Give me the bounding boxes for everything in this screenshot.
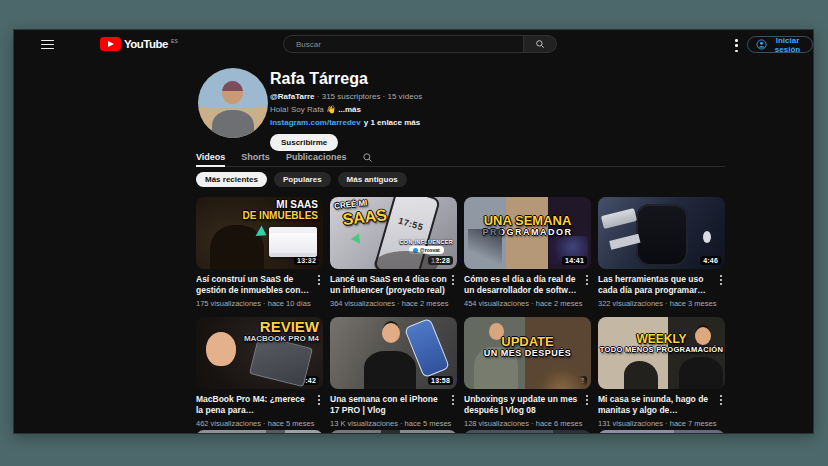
person-circle-icon (756, 39, 767, 50)
duration-badge: 13:58 (428, 376, 453, 385)
partial-video-row (196, 430, 725, 433)
more-links-label[interactable]: y 1 enlace más (364, 118, 420, 127)
sign-in-button[interactable]: Iniciar sesión (747, 36, 813, 53)
filter-chips: Más recientes Populares Más antiguos (196, 172, 407, 187)
video-thumbnail[interactable]: UPDATE UN MES DESPUÉS 12:22 (464, 317, 591, 389)
video-meta: 322 visualizaciones · hace 3 meses (598, 299, 725, 308)
video-title[interactable]: Cómo es el día a día real de un desarrol… (464, 274, 581, 296)
header-more-icon[interactable] (735, 39, 738, 52)
partial-video-thumbnail[interactable] (464, 430, 591, 433)
video-meta: 462 visualizaciones · hace 5 meses (196, 419, 323, 428)
video-thumbnail[interactable]: REVIEW MACBOOK PRO M4 19:42 (196, 317, 323, 389)
tab-shorts[interactable]: Shorts (241, 152, 270, 166)
video-thumbnail[interactable]: MI SAAS DE INMUEBLES 13:32 (196, 197, 323, 269)
channel-handle: @RafaTarre (270, 92, 315, 101)
channel-stats: · 315 suscriptores · 15 vídeos (317, 92, 422, 101)
overlay-line-1: WEEKLY (636, 333, 686, 346)
video-card: 4:46 Las herramientas que uso cada día p… (598, 197, 725, 308)
channel-name: Rafa Tárrega (270, 70, 600, 88)
influencer-handle: @rosvat (420, 247, 440, 253)
video-card: MI SAAS DE INMUEBLES 13:32 Así construí … (196, 197, 323, 308)
logo-region-label: ES (171, 38, 178, 44)
overlay-line-2: UN MES DESPUÉS (484, 349, 572, 359)
search-input[interactable] (283, 35, 523, 53)
channel-avatar (198, 68, 268, 138)
video-card: CREÉ MI SAAS 17:55 CON INFLUENCER @rosva… (330, 197, 457, 308)
channel-search-icon[interactable] (362, 152, 373, 166)
chip-mas-antiguos[interactable]: Más antiguos (338, 172, 407, 187)
overlay-line-2: TODO MENOS PROGRAMACIÓN (600, 346, 723, 354)
description-text: Hola! Soy Rafa 👋 (270, 105, 338, 114)
video-title[interactable]: MacBook Pro M4: ¿merece la pena para pro… (196, 394, 313, 416)
thumbnail-overlay-text: REVIEW MACBOOK PRO M4 (244, 319, 319, 344)
video-meta: 128 visualizaciones · hace 6 meses (464, 419, 591, 428)
video-title[interactable]: Lancé un SaaS en 4 días con un influence… (330, 274, 447, 296)
description-more-link[interactable]: ...más (338, 105, 361, 114)
partial-video-thumbnail[interactable] (330, 430, 457, 433)
video-title[interactable]: Mi casa se inunda, hago de manitas y alg… (598, 394, 715, 416)
chip-populares[interactable]: Populares (274, 172, 331, 187)
search-button[interactable] (523, 35, 557, 53)
youtube-logo[interactable]: YouTube ES (100, 37, 178, 51)
video-meta: 175 visualizaciones · hace 10 días (196, 299, 323, 308)
video-meta: 13 K visualizaciones · hace 5 meses (330, 419, 457, 428)
youtube-window: YouTube ES Iniciar sesión Rafa Tárrega (14, 30, 813, 433)
video-thumbnail[interactable]: 13:58 (330, 317, 457, 389)
tab-publicaciones[interactable]: Publicaciones (286, 152, 347, 166)
video-title[interactable]: Las herramientas que uso cada día para p… (598, 274, 715, 296)
duration-badge: 14:41 (562, 256, 587, 265)
channel-tabs: Videos Shorts Publicaciones (196, 148, 725, 167)
video-card: REVIEW MACBOOK PRO M4 19:42 MacBook Pro … (196, 317, 323, 428)
video-more-icon[interactable] (449, 274, 457, 285)
video-meta: 131 visualizaciones · hace 7 meses (598, 419, 725, 428)
overlay-line-1: MI SAAS (276, 200, 318, 211)
overlay-line-1: REVIEW (260, 319, 319, 335)
influencer-handle-pill: @rosvat (409, 246, 444, 254)
video-thumbnail[interactable]: CREÉ MI SAAS 17:55 CON INFLUENCER @rosva… (330, 197, 457, 269)
influencer-badge-label: CON INFLUENCER (400, 239, 453, 245)
thumbnail-overlay-text: UPDATE UN MES DESPUÉS (464, 335, 591, 359)
thumbnail-decor (695, 327, 711, 345)
thumbnail-overlay-text: UNA SEMANA PROGRAMADOR (464, 214, 591, 238)
search-icon (535, 39, 545, 49)
influencer-badge: CON INFLUENCER @rosvat (400, 239, 453, 254)
video-more-icon[interactable] (583, 394, 591, 405)
video-thumbnail[interactable]: 4:46 (598, 197, 725, 269)
video-more-icon[interactable] (449, 394, 457, 405)
overlay-line-1: UPDATE (501, 335, 553, 349)
video-more-icon[interactable] (717, 274, 725, 285)
thumbnail-decor (351, 233, 367, 250)
tab-videos[interactable]: Videos (196, 152, 225, 166)
video-more-icon[interactable] (583, 274, 591, 285)
chip-mas-recientes[interactable]: Más recientes (196, 172, 267, 187)
instagram-link[interactable]: instagram.com/tarredev (270, 118, 361, 127)
video-card: 13:58 Una semana con el iPhone 17 PRO | … (330, 317, 457, 428)
overlay-line-2: PROGRAMADOR (483, 228, 573, 238)
thumbnail-phone-time: 17:55 (397, 216, 424, 233)
thumbnail-decor (404, 318, 450, 379)
duration-badge: 12:22 (562, 376, 587, 385)
overlay-line-2: DE INMUEBLES (242, 211, 318, 222)
video-title[interactable]: Así construí un SaaS de gestión de inmue… (196, 274, 313, 296)
video-card: WEEKLY TODO MENOS PROGRAMACIÓN 11:45 Mi … (598, 317, 725, 428)
video-title[interactable]: Una semana con el iPhone 17 PRO | Vlog (330, 394, 447, 416)
search-bar (283, 35, 557, 53)
thumbnail-decor (489, 323, 504, 340)
youtube-wordmark: YouTube (124, 38, 168, 50)
video-thumbnail[interactable]: WEEKLY TODO MENOS PROGRAMACIÓN 11:45 (598, 317, 725, 389)
sign-in-label: Iniciar sesión (771, 36, 804, 54)
thumbnail-decor (703, 231, 711, 243)
overlay-line-2: SAAS (342, 206, 388, 228)
menu-icon[interactable] (41, 40, 54, 49)
video-title[interactable]: Unboxings y update un mes después | Vlog… (464, 394, 581, 416)
video-grid: MI SAAS DE INMUEBLES 13:32 Así construí … (196, 197, 731, 428)
video-card: UPDATE UN MES DESPUÉS 12:22 Unboxings y … (464, 317, 591, 428)
video-thumbnail[interactable]: UNA SEMANA PROGRAMADOR 14:41 (464, 197, 591, 269)
video-more-icon[interactable] (315, 394, 323, 405)
partial-video-thumbnail[interactable] (196, 430, 323, 433)
partial-video-thumbnail[interactable] (598, 430, 725, 433)
video-more-icon[interactable] (717, 394, 725, 405)
channel-meta: @RafaTarre · 315 suscriptores · 15 vídeo… (270, 92, 600, 101)
duration-badge: 12:28 (428, 256, 453, 265)
video-more-icon[interactable] (315, 274, 323, 285)
